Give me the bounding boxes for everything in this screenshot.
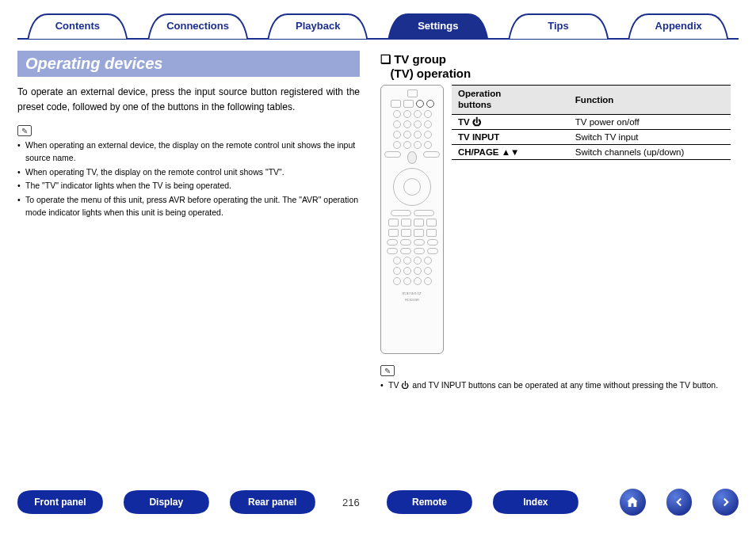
remote-model: RC024SR (405, 298, 419, 302)
home-button[interactable] (620, 489, 646, 516)
tab-contents[interactable]: Contents (17, 13, 138, 40)
footer-btn-front-panel[interactable]: Front panel (17, 490, 103, 514)
prev-page-button[interactable] (666, 489, 693, 516)
arrow-right-icon (719, 495, 733, 509)
op-function-cell: Switch channels (up/down) (569, 144, 731, 159)
sub-heading-line2: (TV) operation (391, 67, 472, 80)
table-head-col2: Function (569, 86, 731, 115)
tab-label: Connections (166, 20, 229, 32)
left-notes-list: When operating an external device, the d… (17, 139, 360, 219)
note-item: The "TV" indicator lights when the TV is… (17, 180, 360, 192)
footer-btn-label: Display (149, 497, 183, 508)
tab-label: Contents (55, 20, 100, 32)
footer-bar: Front panel Display Rear panel 216 Remot… (17, 489, 739, 516)
tab-settings[interactable]: Settings (378, 13, 498, 40)
table-row: TV ⏻ TV power on/off (452, 114, 731, 129)
op-button-cell: CH/PAGE ▲▼ (452, 144, 569, 159)
tab-tips[interactable]: Tips (498, 13, 619, 40)
sub-heading-line1: TV group (394, 52, 446, 66)
remote-brand: marantz (402, 291, 422, 295)
tab-label: Tips (548, 20, 569, 32)
op-function-cell: Switch TV input (569, 129, 731, 144)
tab-playback[interactable]: Playback (258, 13, 378, 40)
next-page-button[interactable] (712, 489, 739, 516)
tab-appendix[interactable]: Appendix (618, 13, 739, 40)
footer-btn-label: Index (523, 497, 548, 508)
tab-connections[interactable]: Connections (138, 13, 258, 40)
arrow-left-icon (672, 495, 686, 509)
footer-btn-display[interactable]: Display (124, 490, 209, 514)
footer-btn-remote[interactable]: Remote (387, 490, 472, 514)
footer-btn-label: Remote (412, 497, 447, 508)
pencil-note-icon: ✎ (17, 125, 32, 136)
section-sub-heading: ❏ TV group (TV) operation (380, 52, 731, 80)
table-head-col1: Operationbuttons (452, 86, 569, 115)
table-row: CH/PAGE ▲▼ Switch channels (up/down) (452, 144, 731, 159)
note-item: When operating TV, the display on the re… (17, 166, 360, 179)
footer-btn-rear-panel[interactable]: Rear panel (230, 490, 315, 514)
footer-btn-index[interactable]: Index (493, 490, 578, 514)
page-number: 216 (336, 497, 367, 508)
footer-btn-label: Front panel (34, 497, 86, 508)
intro-paragraph: To operate an external device, press the… (17, 85, 360, 114)
op-button-cell: TV INPUT (452, 129, 569, 144)
remote-illustration: marantz RC024SR (380, 85, 444, 354)
right-note: TV ⏻ and TV INPUT buttons can be operate… (380, 379, 731, 392)
op-button-cell: TV ⏻ (452, 114, 569, 129)
tab-label: Appendix (655, 20, 702, 32)
tab-label: Settings (418, 20, 458, 32)
operation-table: Operationbuttons Function TV ⏻ TV power … (452, 85, 731, 160)
home-icon (625, 495, 640, 509)
note-item: When operating an external device, the d… (17, 139, 360, 165)
top-tab-bar: Contents Connections Playback Settings T… (17, 13, 739, 40)
table-row: TV INPUT Switch TV input (452, 129, 731, 144)
th-label: Operationbuttons (458, 89, 501, 111)
footer-btn-label: Rear panel (248, 497, 296, 508)
tab-label: Playback (296, 20, 340, 32)
pencil-note-icon: ✎ (380, 365, 395, 376)
op-function-cell: TV power on/off (569, 114, 731, 129)
page-heading: Operating devices (17, 51, 360, 77)
note-item: To operate the menu of this unit, press … (17, 194, 360, 219)
